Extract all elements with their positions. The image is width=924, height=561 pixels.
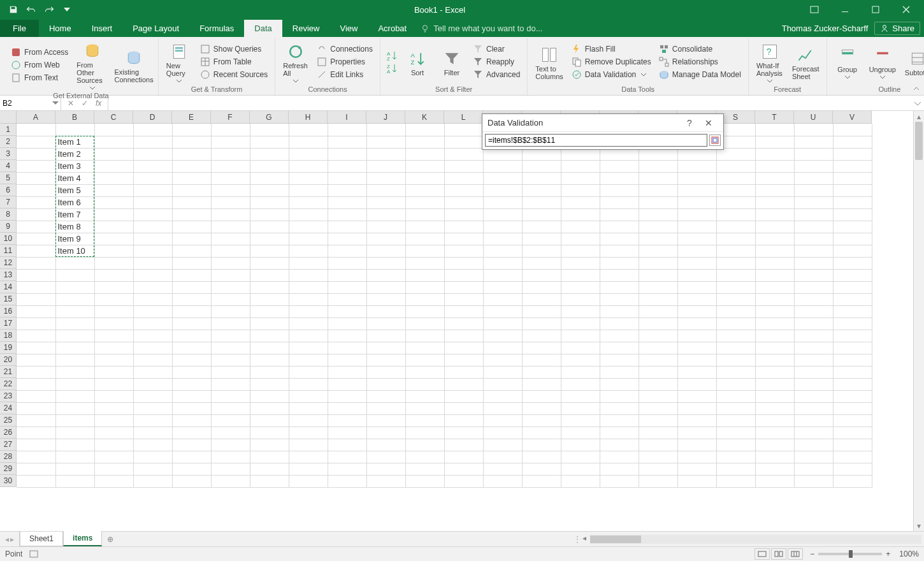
cell[interactable] [522, 245, 561, 257]
cell[interactable] [250, 124, 289, 136]
row-header[interactable]: 15 [0, 293, 17, 305]
cell[interactable] [172, 136, 211, 148]
cell[interactable] [716, 269, 755, 281]
cell[interactable] [561, 439, 600, 451]
cell[interactable] [522, 402, 561, 414]
cell[interactable] [833, 124, 872, 136]
cell[interactable] [17, 414, 55, 426]
cell[interactable] [755, 342, 794, 354]
row-header[interactable]: 17 [0, 317, 17, 330]
cell[interactable] [716, 354, 755, 366]
row-header[interactable]: 14 [0, 281, 17, 293]
cell[interactable] [211, 451, 250, 463]
cell[interactable] [483, 439, 522, 451]
show-queries-button[interactable]: Show Queries [198, 43, 270, 55]
cell[interactable] [250, 354, 289, 366]
cell[interactable] [755, 160, 794, 172]
cell[interactable] [444, 281, 483, 293]
cell[interactable] [716, 160, 755, 172]
cell[interactable] [250, 378, 289, 390]
cell[interactable] [444, 414, 483, 426]
cell[interactable] [639, 390, 677, 402]
column-header[interactable]: U [794, 111, 833, 124]
cell[interactable] [172, 463, 211, 475]
cell[interactable] [600, 366, 639, 378]
cell[interactable] [716, 426, 755, 439]
cell[interactable] [444, 269, 483, 281]
row-header[interactable]: 11 [0, 245, 17, 257]
cell[interactable] [794, 354, 833, 366]
cell[interactable] [133, 317, 172, 330]
cell[interactable] [17, 208, 55, 221]
cell[interactable] [405, 330, 444, 342]
cell[interactable] [716, 366, 755, 378]
cell[interactable] [755, 257, 794, 269]
save-icon[interactable] [6, 3, 20, 17]
cell[interactable] [289, 317, 328, 330]
cell[interactable] [405, 233, 444, 245]
cell[interactable] [94, 245, 133, 257]
cell[interactable] [794, 305, 833, 317]
cell[interactable] [405, 281, 444, 293]
cell[interactable] [522, 354, 561, 366]
cell[interactable] [483, 317, 522, 330]
cell[interactable] [366, 293, 405, 305]
cell[interactable] [755, 221, 794, 233]
cell[interactable] [677, 172, 716, 184]
cell[interactable] [716, 317, 755, 330]
cell[interactable] [328, 136, 366, 148]
cell[interactable] [716, 233, 755, 245]
cell[interactable] [483, 257, 522, 269]
formula-input[interactable] [108, 96, 911, 110]
cell[interactable] [600, 414, 639, 426]
cell[interactable] [600, 354, 639, 366]
cell[interactable] [444, 330, 483, 342]
cell[interactable] [444, 196, 483, 208]
cell[interactable] [133, 172, 172, 184]
cell[interactable] [172, 317, 211, 330]
cell[interactable] [250, 281, 289, 293]
cell[interactable] [211, 160, 250, 172]
cell[interactable] [483, 221, 522, 233]
cell[interactable] [172, 390, 211, 402]
cell[interactable] [639, 317, 677, 330]
flash-fill-button[interactable]: Flash Fill [570, 43, 653, 55]
manage-data-model-button[interactable]: Manage Data Model [657, 69, 743, 80]
cell[interactable] [716, 196, 755, 208]
cell[interactable] [794, 414, 833, 426]
cell[interactable] [405, 317, 444, 330]
cells-area[interactable]: Item 1Item 2Item 3Item 4Item 5Item 6Item… [17, 124, 872, 531]
cell[interactable] [522, 208, 561, 221]
cell[interactable] [716, 208, 755, 221]
cell[interactable] [250, 330, 289, 342]
cell[interactable] [677, 439, 716, 451]
cell[interactable] [405, 402, 444, 414]
new-query-button[interactable]: New Query [164, 40, 194, 84]
cell[interactable] [172, 245, 211, 257]
cell[interactable] [755, 136, 794, 148]
cell[interactable] [600, 257, 639, 269]
cell[interactable] [250, 269, 289, 281]
cell[interactable] [133, 439, 172, 451]
cell[interactable] [94, 451, 133, 463]
cell[interactable] [522, 439, 561, 451]
column-header[interactable]: I [328, 111, 366, 124]
cell[interactable] [211, 124, 250, 136]
reapply-button[interactable]: Reapply [471, 56, 522, 68]
cell[interactable] [483, 354, 522, 366]
cell[interactable] [561, 317, 600, 330]
cell[interactable] [55, 451, 94, 463]
cell[interactable] [328, 366, 366, 378]
cell[interactable] [211, 354, 250, 366]
cell[interactable] [133, 366, 172, 378]
row-header[interactable]: 27 [0, 439, 17, 451]
cell[interactable] [639, 172, 677, 184]
cell[interactable] [328, 293, 366, 305]
cell[interactable] [133, 281, 172, 293]
group-button[interactable]: Group [832, 44, 863, 80]
cell[interactable] [94, 233, 133, 245]
cell[interactable] [833, 439, 872, 451]
cell[interactable] [250, 184, 289, 196]
cell[interactable] [444, 475, 483, 487]
cell[interactable] [250, 390, 289, 402]
